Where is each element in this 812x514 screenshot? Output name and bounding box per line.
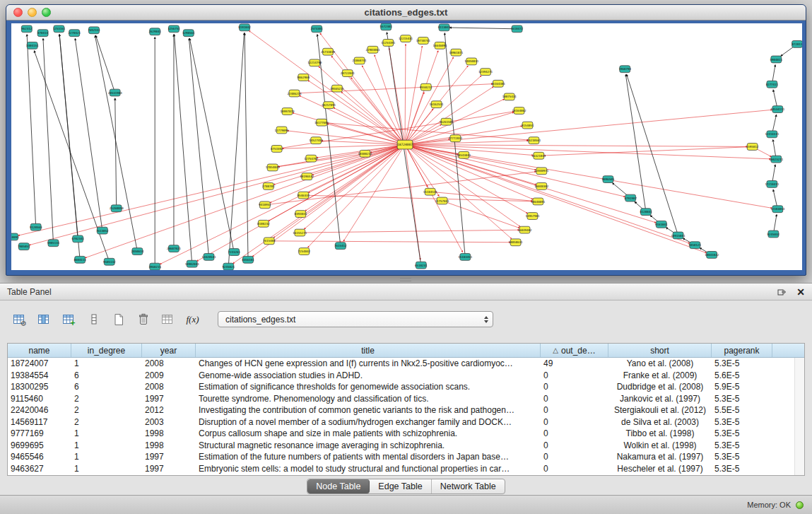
window-titlebar[interactable]: citations_edges.txt xyxy=(6,5,806,21)
graph-edge[interactable] xyxy=(405,145,690,244)
graph-node-label: 8100232 xyxy=(257,222,270,226)
graph-edge[interactable] xyxy=(43,39,53,243)
float-panel-icon[interactable] xyxy=(777,288,787,296)
graph-edge[interactable] xyxy=(197,145,405,262)
table-row[interactable]: 946554611997Estimation of the future num… xyxy=(8,451,804,463)
import-table-icon[interactable] xyxy=(158,310,177,328)
graph-node-label: 12215431 xyxy=(399,37,413,40)
graph-edge[interactable] xyxy=(115,98,117,209)
table-mode-icon[interactable]: ⚙ xyxy=(10,310,29,328)
graph-edge[interactable] xyxy=(341,92,405,144)
table-cell: 6 xyxy=(71,382,142,392)
graph-edge[interactable] xyxy=(405,145,656,223)
column-header-short[interactable]: short xyxy=(608,344,712,357)
graph-node-label: 20722041 xyxy=(341,71,355,75)
table-row[interactable]: 946362711997Embryonic stem cells: a mode… xyxy=(8,463,804,475)
network-canvas[interactable]: 1872400776154048100232941895127807011785… xyxy=(11,23,802,270)
table-row[interactable]: 2242004622012Investigating the contribut… xyxy=(8,404,804,416)
table-row[interactable]: 1456911722003Disruption of a novel membe… xyxy=(8,416,804,428)
delete-table-icon[interactable] xyxy=(134,310,153,328)
graph-edge[interactable] xyxy=(449,28,517,29)
graph-edge[interactable] xyxy=(405,145,747,147)
graph-edge[interactable] xyxy=(300,230,519,233)
graph-edge[interactable] xyxy=(343,145,405,241)
splitter-handle[interactable] xyxy=(400,278,411,281)
row-options-icon[interactable] xyxy=(84,310,103,328)
table-row[interactable]: 1830029562008Estimation of significance … xyxy=(8,381,804,393)
table-row[interactable]: 911546021997Tourette syndrome. Phenomeno… xyxy=(8,393,804,405)
graph-node-label: 16177601 xyxy=(314,121,329,124)
graph-edge[interactable] xyxy=(442,201,519,228)
minimize-button[interactable] xyxy=(28,8,37,17)
graph-node-label: 14957981 xyxy=(525,214,539,218)
close-button[interactable] xyxy=(13,8,23,17)
table-cell: 9463627 xyxy=(8,464,71,474)
graph-edge[interactable] xyxy=(189,39,208,257)
tab-edge-table[interactable]: Edge Table xyxy=(370,479,431,493)
graph-edge[interactable] xyxy=(27,35,36,228)
function-builder-icon[interactable]: f(x) xyxy=(183,310,202,328)
table-row[interactable]: 1872400712008Changes of HCN gene express… xyxy=(8,358,804,370)
column-header-in-degree[interactable]: in_degree xyxy=(71,344,142,357)
graph-node-label: 7615404 xyxy=(263,239,276,243)
panel-splitter[interactable] xyxy=(0,276,812,283)
show-columns-icon[interactable] xyxy=(35,310,54,328)
column-header-out-de-[interactable]: △out_de… xyxy=(541,344,608,357)
table-cell: 1997 xyxy=(142,452,196,462)
graph-edge[interactable] xyxy=(269,241,510,243)
column-header-title[interactable]: title xyxy=(196,344,541,357)
table-cell: 0 xyxy=(541,370,608,380)
new-table-icon[interactable] xyxy=(109,310,128,328)
vertical-scrollbar[interactable] xyxy=(794,358,804,475)
graph-edge[interactable] xyxy=(405,145,625,197)
graph-edge[interactable] xyxy=(405,145,536,170)
graph-node-label: 8510091 xyxy=(11,235,19,239)
tab-node-table[interactable]: Node Table xyxy=(307,479,370,493)
table-cell: 0 xyxy=(541,394,608,404)
graph-edge[interactable] xyxy=(312,145,405,175)
graph-node-label: 9120563 xyxy=(30,226,42,229)
table-panel: Table Panel ✕ ⚙ + f(x)citations_edges.tx… xyxy=(0,283,812,495)
table-cell: Genome-wide association studies in ADHD. xyxy=(196,370,541,380)
graph-edge[interactable] xyxy=(305,145,405,211)
graph-edge[interactable] xyxy=(245,33,248,260)
graph-edge[interactable] xyxy=(405,145,512,239)
graph-edge[interactable] xyxy=(86,145,405,258)
table-row[interactable]: 969969511998Structural magnetic resonanc… xyxy=(8,440,804,452)
column-header-pagerank[interactable]: pagerank xyxy=(712,344,772,357)
graph-edge[interactable] xyxy=(75,38,102,230)
create-column-icon[interactable]: + xyxy=(59,310,78,328)
graph-edge[interactable] xyxy=(278,153,365,166)
zoom-button[interactable] xyxy=(42,8,51,17)
graph-edge[interactable] xyxy=(278,145,406,167)
graph-edge[interactable] xyxy=(160,145,405,264)
graph-edge[interactable] xyxy=(405,141,528,145)
graph-edge[interactable] xyxy=(59,35,80,260)
table-row[interactable]: 977716911998Corpus callosum shape and si… xyxy=(8,428,804,440)
table-source-dropdown[interactable]: citations_edges.txt xyxy=(218,311,493,327)
graph-edge[interactable] xyxy=(175,35,192,264)
tab-network-table[interactable]: Network Table xyxy=(432,479,505,493)
column-header-year[interactable]: year xyxy=(142,344,196,357)
graph-node-label: 22040971 xyxy=(534,169,548,173)
graph-edge[interactable] xyxy=(273,145,405,238)
graph-edge[interactable] xyxy=(189,38,234,252)
graph-edge[interactable] xyxy=(273,145,405,185)
graph-node-label: 1610472 xyxy=(511,27,524,30)
graph-node-label: 14850831 xyxy=(464,60,478,64)
graph-edge[interactable] xyxy=(95,36,137,252)
network-graph[interactable]: 1872400776154048100232941895127807011785… xyxy=(11,23,802,270)
graph-edge[interactable] xyxy=(405,145,420,260)
graph-edge[interactable] xyxy=(405,109,433,145)
graph-edge[interactable] xyxy=(331,56,405,144)
table-row[interactable]: 1938455462009Genome-wide association stu… xyxy=(8,370,804,382)
graph-edge[interactable] xyxy=(228,33,244,267)
graph-edge[interactable] xyxy=(322,122,528,140)
column-header-name[interactable]: name xyxy=(8,344,71,357)
graph-edge[interactable] xyxy=(95,35,114,93)
graph-edge[interactable] xyxy=(303,195,532,201)
graph-edge[interactable] xyxy=(405,93,424,145)
close-panel-icon[interactable]: ✕ xyxy=(796,287,805,297)
graph-edge[interactable] xyxy=(625,74,646,211)
graph-edge[interactable] xyxy=(405,145,707,253)
